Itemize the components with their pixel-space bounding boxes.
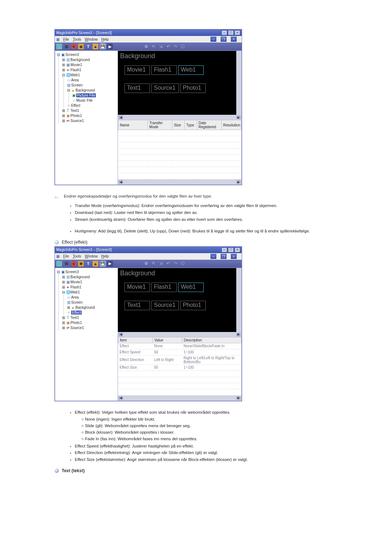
tree-root[interactable]: Screen3: [65, 53, 79, 57]
vertical-scrollbar[interactable]: [236, 51, 241, 115]
tree-area[interactable]: Area: [71, 78, 79, 82]
tb-undo-icon[interactable]: ↶: [165, 44, 171, 49]
slot-web1[interactable]: Web1: [178, 65, 204, 75]
tb-icon-9[interactable]: [114, 261, 120, 267]
tree-effect[interactable]: Effect: [71, 104, 80, 108]
tb-icon-12[interactable]: [136, 44, 142, 49]
tree-area[interactable]: Area: [71, 295, 79, 299]
tb-save-icon[interactable]: 💾: [100, 261, 106, 267]
tb-icon-10[interactable]: [122, 261, 127, 267]
grid-horizontal-scrollbar[interactable]: ◀ ▶: [118, 396, 241, 401]
tree-photo1[interactable]: Photo1: [70, 114, 82, 118]
tb-text-icon[interactable]: T: [85, 44, 91, 49]
menu-tools[interactable]: Tools: [73, 37, 81, 41]
tb-icon-8[interactable]: ▶: [107, 44, 113, 49]
tb-gear-icon[interactable]: ⚙: [143, 44, 149, 49]
effect-grid[interactable]: Item Value Description Effect None None/…: [118, 337, 241, 396]
tree-text1[interactable]: Text1: [70, 109, 79, 113]
tree-photo1[interactable]: Photo1: [70, 321, 82, 325]
menu-file[interactable]: File: [63, 37, 69, 41]
tb-bring-front-icon[interactable]: ⇲: [158, 261, 164, 267]
titlebar[interactable]: MagicInfoPro Screen3 – [Screen3] – □ ×: [55, 247, 242, 253]
tb-icon-3[interactable]: ●: [71, 261, 77, 267]
tree-view[interactable]: ⊟▣Screen3 ⊞▨Background ⊞▦Movie1 ⊞●Flash1…: [55, 268, 118, 401]
tb-icon-10[interactable]: [122, 44, 127, 49]
slot-source1[interactable]: Source1: [151, 301, 179, 310]
col-name[interactable]: Name: [118, 120, 148, 130]
tb-icon-1[interactable]: [56, 261, 62, 267]
slot-photo1[interactable]: Photo1: [180, 301, 206, 310]
slot-movie1[interactable]: Movie1: [124, 65, 150, 75]
scroll-left-icon[interactable]: ◀: [119, 180, 123, 184]
tree-movie1[interactable]: Movie1: [70, 63, 82, 67]
tb-info-icon[interactable]: ⓘ: [180, 261, 185, 267]
tree-web1[interactable]: Web1: [70, 290, 80, 294]
tb-icon-11[interactable]: [129, 261, 135, 267]
menu-window[interactable]: Window: [85, 37, 98, 41]
tb-icon-4[interactable]: ◆: [78, 44, 84, 49]
tree-effect[interactable]: Effect: [71, 311, 82, 315]
tree-bg2[interactable]: Background: [75, 305, 95, 309]
tb-icon-6[interactable]: ▲: [93, 261, 98, 267]
scroll-left-icon[interactable]: ◀: [119, 396, 123, 400]
tree-background[interactable]: Background: [70, 275, 90, 279]
tb-undo-icon[interactable]: ↶: [165, 261, 171, 267]
tree-view[interactable]: ⊟▣Screen3 ⊞▨Background ⊞▦Movie1 ⊞●Flash1…: [55, 50, 118, 185]
tree-screen[interactable]: Screen: [71, 300, 83, 304]
tb-icon-11[interactable]: [129, 44, 135, 49]
slot-text1[interactable]: Text1: [124, 301, 150, 310]
col-type[interactable]: Type: [185, 120, 197, 130]
tb-send-back-icon[interactable]: ⇱: [151, 261, 156, 267]
tb-icon-6[interactable]: ▲: [93, 44, 98, 49]
slot-text1[interactable]: Text1: [124, 84, 150, 93]
canvas[interactable]: Background Movie1 Flash1 Web1 Text1 Sour…: [118, 51, 241, 115]
tb-redo-icon[interactable]: ↷: [172, 44, 178, 49]
scroll-right-icon[interactable]: ▶: [236, 180, 241, 184]
tree-flash1[interactable]: Flash1: [70, 68, 81, 72]
col-date[interactable]: Date Registered: [197, 120, 221, 130]
scroll-right-icon[interactable]: ▶: [236, 116, 241, 119]
col-value[interactable]: Value: [152, 337, 182, 343]
menu-help[interactable]: Help: [101, 254, 109, 258]
close-icon[interactable]: ×: [234, 247, 240, 252]
slot-flash1[interactable]: Flash1: [151, 65, 177, 75]
minimize-icon[interactable]: –: [221, 247, 227, 252]
child-close-icon[interactable]: ×: [231, 254, 237, 259]
tree-source1[interactable]: Source1: [70, 326, 84, 330]
menu-file[interactable]: File: [63, 254, 69, 258]
child-restore-icon[interactable]: ❐: [221, 37, 226, 42]
tb-icon-2[interactable]: ▦: [64, 44, 69, 49]
horizontal-scrollbar[interactable]: ◀ ▶: [118, 332, 241, 337]
slot-source1[interactable]: Source1: [151, 84, 179, 93]
files-grid[interactable]: Name Transfer Mode Size Type Date Regist…: [118, 120, 241, 179]
grid-horizontal-scrollbar[interactable]: ◀ ▶: [118, 179, 241, 185]
maximize-icon[interactable]: □: [228, 247, 234, 252]
canvas[interactable]: Background Movie1 Flash1 Web1 Text1 Sour…: [118, 268, 241, 332]
tb-icon-4[interactable]: ◆: [78, 261, 84, 267]
tree-flash1[interactable]: Flash1: [70, 285, 81, 289]
vertical-scrollbar[interactable]: [236, 268, 241, 332]
scroll-right-icon[interactable]: ▶: [236, 333, 241, 336]
menu-help[interactable]: Help: [101, 37, 109, 41]
table-row[interactable]: Effect Speed 50 1~100: [118, 349, 241, 355]
slot-background[interactable]: Background: [120, 270, 155, 277]
slot-web1[interactable]: Web1: [178, 283, 204, 292]
slot-flash1[interactable]: Flash1: [151, 283, 177, 292]
tree-source1[interactable]: Source1: [70, 119, 84, 123]
tb-icon-3[interactable]: ●: [71, 44, 77, 49]
table-row[interactable]: Effect Direction Left to Right Right to …: [118, 355, 241, 364]
minimize-icon[interactable]: –: [221, 30, 227, 35]
child-close-icon[interactable]: ×: [231, 37, 237, 42]
child-minimize-icon[interactable]: –: [211, 254, 216, 259]
table-row[interactable]: Effect None None/Slide/Block/Fade In: [118, 343, 241, 349]
tree-movie1[interactable]: Movie1: [70, 280, 82, 284]
child-minimize-icon[interactable]: –: [211, 37, 216, 42]
slot-background[interactable]: Background: [120, 52, 155, 60]
maximize-icon[interactable]: □: [228, 30, 234, 35]
slot-photo1[interactable]: Photo1: [180, 84, 206, 93]
scroll-right-icon[interactable]: ▶: [236, 396, 241, 400]
tb-redo-icon[interactable]: ↷: [172, 261, 178, 267]
tree-web1[interactable]: Web1: [70, 73, 80, 77]
col-item[interactable]: Item: [118, 337, 153, 343]
col-size[interactable]: Size: [172, 120, 185, 130]
